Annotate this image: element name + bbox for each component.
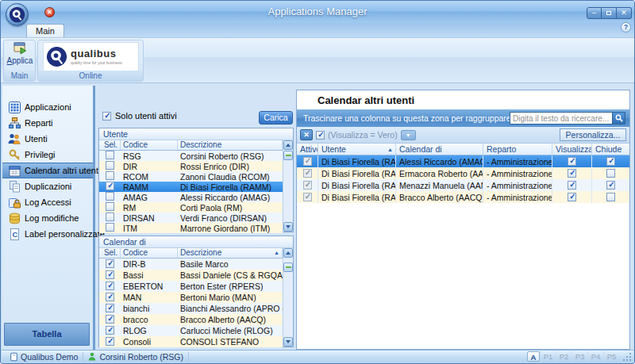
calendar-di-scrollbar[interactable] bbox=[283, 248, 293, 347]
calendar-share-row[interactable]: Di Biasi Fiorella (RAMM)Ermacora Roberto… bbox=[297, 167, 629, 179]
sel-checkbox[interactable] bbox=[106, 151, 114, 159]
column-header-calendar-di[interactable]: Calendar di bbox=[396, 144, 483, 155]
utente-table-row[interactable]: DIRRossi Enrico (DIR) bbox=[99, 161, 283, 171]
sel-checkbox[interactable] bbox=[106, 171, 114, 180]
attivo-checkbox[interactable] bbox=[303, 181, 312, 190]
visualizza-checkbox[interactable] bbox=[568, 193, 576, 201]
quick-exit-button[interactable]: ✕ bbox=[44, 7, 55, 17]
carica-button[interactable]: Carica bbox=[259, 111, 293, 125]
solo-utenti-attivi[interactable]: Solo utenti attivi bbox=[102, 111, 177, 121]
calendar-di-table-row[interactable]: DIR-BBasile Marco bbox=[99, 259, 283, 270]
column-header-utente[interactable]: Utente ▲ bbox=[318, 144, 396, 155]
column-header-sel[interactable]: Sel. bbox=[99, 140, 121, 150]
sel-checkbox[interactable] bbox=[106, 161, 114, 170]
calendar-di-table-row[interactable]: braccoBracco Alberto (AACQ) bbox=[99, 314, 283, 325]
utente-table-row[interactable]: RMCorti Paola (RM) bbox=[99, 202, 283, 213]
tab-main[interactable]: Main bbox=[26, 24, 64, 37]
clear-filter-button[interactable]: ✕ bbox=[300, 129, 313, 140]
sel-checkbox[interactable] bbox=[106, 192, 114, 201]
sidebar-item-label-personalizzate[interactable]: CLabel personalizzate bbox=[2, 226, 93, 242]
page-button-a[interactable]: A bbox=[527, 351, 540, 362]
sel-checkbox[interactable] bbox=[106, 270, 114, 279]
sel-checkbox[interactable] bbox=[106, 213, 114, 221]
utente-table-row[interactable]: RSGCorsini Roberto (RSG) bbox=[99, 151, 283, 161]
calendar-di-table-row[interactable]: BassiBassi Daniele (CS & RGQA) bbox=[99, 270, 283, 281]
chiude-checkbox[interactable] bbox=[606, 157, 615, 166]
chiude-checkbox[interactable] bbox=[606, 193, 615, 201]
sel-checkbox[interactable] bbox=[106, 202, 114, 211]
calendar-di-table-row[interactable]: EBERTONBerton Ester (RPERS) bbox=[99, 281, 283, 292]
search-input[interactable] bbox=[510, 113, 612, 124]
page-button-p4[interactable]: P4 bbox=[587, 351, 603, 362]
sel-checkbox[interactable] bbox=[106, 182, 114, 190]
chiude-checkbox[interactable] bbox=[606, 169, 615, 178]
utente-table-row[interactable]: DIRSANVerdi Franco (DIRSAN) bbox=[99, 213, 283, 223]
sidebar-item-calendar-altri-utenti[interactable]: Calendar altri utenti bbox=[2, 163, 93, 178]
column-header-sel[interactable]: Sel. bbox=[99, 248, 121, 258]
close-button[interactable]: ✕ bbox=[617, 7, 632, 19]
utente-scrollbar[interactable] bbox=[283, 140, 293, 232]
title-bar[interactable]: Applications Manager – ✕ bbox=[1, 1, 634, 23]
applica-button[interactable]: Applica bbox=[6, 41, 34, 71]
help-button[interactable]: ? bbox=[621, 22, 631, 33]
column-header-reparto[interactable]: Reparto bbox=[483, 144, 552, 155]
column-header-codice[interactable]: Codice bbox=[121, 248, 178, 258]
column-header-descrizione[interactable]: Descrizione ▲ bbox=[178, 248, 283, 258]
page-button-p2[interactable]: P2 bbox=[556, 351, 572, 362]
scrollbar-thumb[interactable] bbox=[283, 151, 293, 160]
page-button-p1[interactable]: P1 bbox=[540, 351, 556, 362]
personalizza-button[interactable]: Personalizza... bbox=[560, 128, 626, 141]
scroll-up-icon[interactable] bbox=[283, 140, 293, 150]
chiude-checkbox[interactable] bbox=[606, 181, 615, 190]
sel-checkbox[interactable] bbox=[106, 326, 114, 335]
scrollbar-thumb[interactable] bbox=[283, 262, 293, 272]
sidebar-item-duplicazioni[interactable]: Duplicazioni bbox=[2, 178, 93, 194]
sidebar-item-log-accessi[interactable]: Log Accessi bbox=[2, 194, 93, 210]
group-by-bar[interactable]: Trascinare una colonna su questa zona pe… bbox=[297, 109, 629, 127]
calendar-di-table-row[interactable]: ConsoliCONSOLI STEFANO bbox=[99, 336, 283, 347]
sel-checkbox[interactable] bbox=[106, 337, 114, 346]
sel-checkbox[interactable] bbox=[106, 315, 114, 324]
utente-table-row[interactable]: RAMMDi Biasi Fiorella (RAMM) bbox=[99, 182, 283, 192]
sidebar-item-privilegi[interactable]: Privilegi bbox=[2, 147, 93, 163]
visualizza-checkbox[interactable] bbox=[568, 157, 576, 166]
utente-table-row[interactable]: ITMMarrone Giordano (ITM) bbox=[99, 223, 283, 233]
utente-table-row[interactable]: RCOMZanoni Claudia (RCOM) bbox=[99, 171, 283, 182]
column-header-descrizione[interactable]: Descrizione bbox=[178, 140, 283, 150]
minimize-button[interactable]: – bbox=[587, 7, 602, 19]
sel-checkbox[interactable] bbox=[106, 304, 114, 312]
sidebar-footer-tabella[interactable]: Tabella bbox=[4, 323, 90, 346]
sidebar-item-applicazioni[interactable]: Applicazioni bbox=[2, 99, 93, 115]
column-header-attivo[interactable]: Attivo bbox=[297, 144, 318, 155]
application-menu-button[interactable] bbox=[6, 3, 29, 26]
resize-grip-icon[interactable] bbox=[622, 352, 632, 362]
attivo-checkbox[interactable] bbox=[303, 193, 312, 201]
column-header-codice[interactable]: Codice bbox=[121, 140, 178, 150]
scroll-up-icon[interactable] bbox=[283, 248, 293, 258]
sel-checkbox[interactable] bbox=[106, 259, 114, 268]
scroll-down-icon[interactable] bbox=[283, 222, 293, 232]
filter-dropdown-button[interactable]: ▼ bbox=[401, 130, 416, 140]
scroll-down-icon[interactable] bbox=[283, 337, 293, 347]
solo-utenti-attivi-checkbox[interactable] bbox=[102, 112, 111, 121]
calendar-di-table-row[interactable]: bianchiBianchi Alessandro (APRO e CM) bbox=[99, 303, 283, 314]
calendar-share-row[interactable]: Di Biasi Fiorella (RAMM)Bracco Alberto (… bbox=[297, 191, 629, 203]
page-button-p3[interactable]: P3 bbox=[572, 351, 587, 362]
page-button-p5[interactable]: P5 bbox=[603, 351, 619, 362]
attivo-checkbox[interactable] bbox=[303, 157, 312, 166]
search-button[interactable] bbox=[612, 113, 625, 124]
column-header-chiude[interactable]: Chiude bbox=[592, 144, 629, 155]
calendar-di-table-row[interactable]: RLOGCarlucci Michele (RLOG) bbox=[99, 325, 283, 336]
column-header-visualizza[interactable]: Visualizza bbox=[552, 144, 592, 155]
sidebar-item-reparti[interactable]: Reparti bbox=[2, 115, 93, 131]
maximize-button[interactable] bbox=[602, 7, 617, 19]
calendar-share-row[interactable]: Di Biasi Fiorella (RAMM)Alessi Riccardo … bbox=[297, 155, 629, 167]
calendar-di-table-row[interactable]: MANBertoni Mario (MAN) bbox=[99, 292, 283, 303]
sel-checkbox[interactable] bbox=[106, 282, 114, 290]
filter-enabled-checkbox[interactable] bbox=[316, 131, 325, 140]
search-box[interactable] bbox=[510, 112, 625, 125]
visualizza-checkbox[interactable] bbox=[568, 181, 576, 190]
calendar-share-row[interactable]: Di Biasi Fiorella (RAMM)Menazzi Manuela … bbox=[297, 179, 629, 191]
sel-checkbox[interactable] bbox=[106, 223, 114, 232]
visualizza-checkbox[interactable] bbox=[568, 169, 576, 178]
